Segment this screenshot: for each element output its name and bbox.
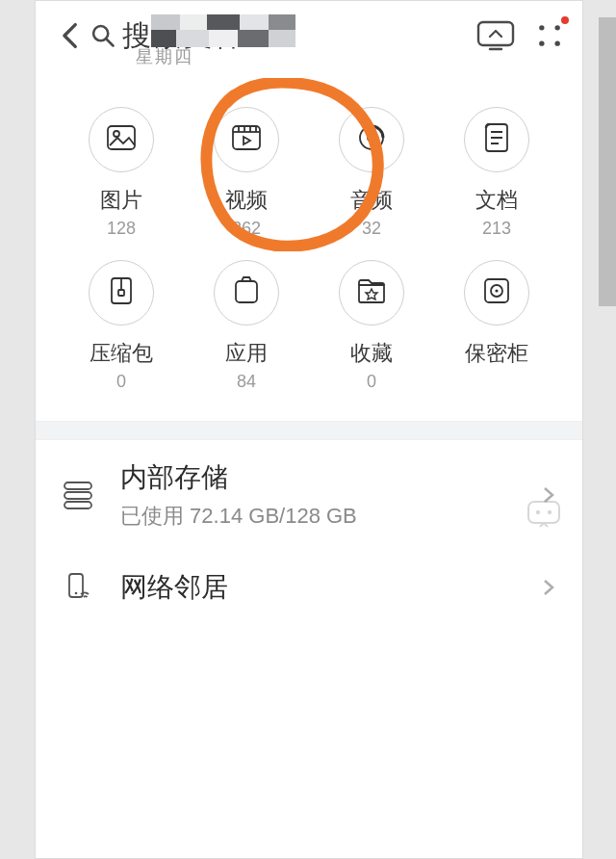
svg-rect-20 [64,502,91,508]
category-count: 0 [367,372,376,392]
video-icon [229,120,264,159]
category-count: 0 [116,372,126,392]
weekday-hint: 星期四 [136,45,193,68]
more-icon[interactable] [536,22,563,49]
svg-point-7 [114,131,119,137]
section-divider [36,421,582,440]
top-bar: 搜索文件 星期四 [36,1,582,70]
storage-icon [61,478,95,512]
category-images[interactable]: 图片 128 [59,107,184,239]
svg-point-3 [554,25,559,30]
favorite-icon [354,273,389,312]
censor-overlay [151,14,295,47]
category-videos[interactable]: 视频 362 [184,107,309,239]
network-neighbor-row[interactable]: 网络邻居 [36,550,582,625]
category-count: 362 [232,219,261,239]
category-safe[interactable]: 保密柜 [434,260,559,392]
svg-point-17 [495,289,498,292]
category-apps[interactable]: 应用 84 [184,260,309,392]
svg-point-4 [539,40,544,45]
category-grid: 图片 128 视频 362 音频 32 文档 213 [36,70,582,421]
category-count: 84 [237,372,256,392]
category-label: 应用 [225,339,268,368]
category-label: 收藏 [350,339,393,368]
category-archives[interactable]: 压缩包 0 [59,260,184,392]
svg-point-25 [548,510,552,514]
svg-rect-13 [118,290,124,296]
category-label: 图片 [100,186,142,215]
back-icon[interactable] [55,19,88,52]
app-icon [229,273,264,312]
svg-rect-1 [478,22,513,45]
svg-rect-6 [108,126,135,149]
safe-icon [479,273,514,312]
search-icon [90,22,116,49]
category-count: 128 [107,219,136,239]
document-icon [479,120,514,159]
notification-dot [561,16,569,24]
svg-rect-14 [236,281,257,302]
category-label: 文档 [475,186,518,215]
category-count: 32 [362,219,381,239]
internal-storage-row[interactable]: 内部存储 已使用 72.14 GB/128 GB [36,440,582,550]
network-device-icon [61,570,95,605]
outer-scrollbar [599,17,616,306]
svg-point-2 [539,25,544,30]
storage-title: 内部存储 [120,459,515,496]
cast-icon[interactable] [476,20,515,51]
storage-subtitle: 已使用 72.14 GB/128 GB [120,502,515,531]
archive-icon [104,273,139,312]
category-label: 压缩包 [90,339,153,368]
image-icon [104,120,139,159]
svg-rect-23 [528,502,559,523]
svg-rect-19 [64,492,91,499]
svg-rect-18 [64,482,91,489]
phone-screen: 搜索文件 星期四 [35,0,583,859]
category-label: 保密柜 [465,339,528,368]
chevron-right-icon [540,579,557,596]
audio-icon [354,120,389,159]
floating-assist-icon[interactable] [525,496,563,534]
svg-point-10 [368,134,375,142]
category-docs[interactable]: 文档 213 [434,107,559,239]
svg-point-22 [75,592,78,595]
category-label: 音频 [350,186,393,215]
category-label: 视频 [225,186,268,215]
category-favorites[interactable]: 收藏 0 [309,260,434,392]
category-audio[interactable]: 音频 32 [309,107,434,239]
network-title: 网络邻居 [120,569,515,606]
svg-point-5 [554,40,559,45]
svg-point-24 [536,510,540,514]
category-count: 213 [482,219,511,239]
